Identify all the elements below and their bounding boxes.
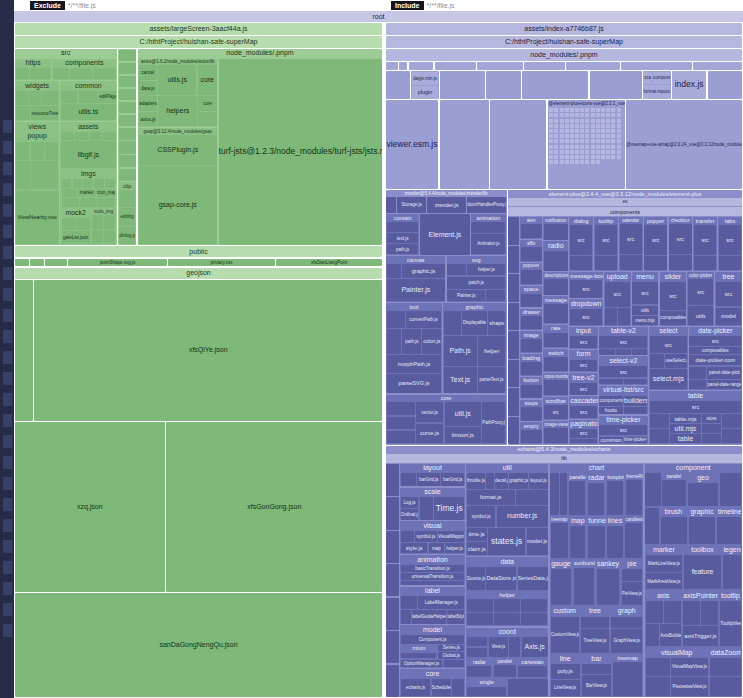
treemap-box[interactable] [518,666,547,677]
treemap-node[interactable]: candlestick [624,517,642,559]
treemap-node[interactable]: geo [688,473,719,506]
treemap-node[interactable]: axisTrigger.js [683,626,718,646]
treemap-box[interactable] [119,169,136,181]
treemap-box[interactable] [516,490,548,505]
treemap-box[interactable]: toolconvertPath.jspath.jscolor.jsmorphPa… [386,303,507,394]
treemap-box[interactable] [508,388,519,415]
treemap-box[interactable] [490,100,546,189]
treemap-box[interactable]: widgetsresourceTreecommoneditPage.jsutil… [15,80,117,121]
treemap-node[interactable]: image-viewer [543,421,568,444]
treemap-node[interactable]: assetslibgif.jsimgsmarkericon_mapmock2ga… [60,122,116,244]
icon-module-cell[interactable] [580,113,584,117]
treemap-node[interactable]: src [595,225,617,254]
treemap-box[interactable] [62,198,79,206]
treemap-box[interactable] [605,308,617,325]
treemap-box[interactable] [694,256,716,271]
treemap-box[interactable] [16,142,29,160]
treemap-node[interactable]: clazz.js [467,542,487,555]
treemap-box[interactable] [92,215,116,230]
treemap-node[interactable]: TreeView.js [581,629,609,652]
icon-module-cell[interactable] [606,108,610,112]
treemap-node[interactable]: dayjs.min.js [412,72,439,85]
icon-module-cell[interactable] [617,124,621,128]
treemap-box[interactable] [521,247,542,261]
treemap-node[interactable]: clipeditingdmlog.js [119,182,136,244]
icon-module-cell[interactable] [601,113,605,117]
treemap-box[interactable]: table.mjsutil.mjstable [669,414,701,444]
treemap-node[interactable]: tablesrctable.mjsutil.mjstablestore [649,391,742,444]
treemap-box[interactable] [521,294,542,307]
treemap-box[interactable] [401,581,465,585]
treemap-node[interactable]: convertPath.js [406,311,442,328]
treemap-box[interactable] [486,71,521,99]
treemap-box[interactable] [597,569,620,605]
treemap-box[interactable] [93,68,115,79]
treemap-box[interactable]: time.jsclazz.jsstates.jsmodel.js [466,527,548,556]
treemap-node[interactable]: treemap [550,517,568,559]
treemap-node[interactable]: utils [688,306,713,325]
treemap-node[interactable]: path.js [402,329,421,353]
treemap-box[interactable] [599,348,648,355]
treemap-node[interactable]: tooltipTooltipView.js [720,591,742,647]
treemap-box[interactable] [582,664,611,674]
treemap-box[interactable] [632,349,647,355]
treemap-node[interactable]: src [716,282,741,307]
icon-module-cell[interactable] [575,119,579,123]
treemap-box[interactable] [399,62,407,70]
treemap-node[interactable]: legend [722,546,741,590]
treemap-box[interactable]: Source.jsDataStore.jsSeriesData.js [466,566,548,591]
treemap-node[interactable]: viewspopupViewNearby.vue [15,122,59,244]
icon-module-cell[interactable] [560,113,564,117]
treemap-box[interactable] [103,132,116,140]
icon-module-cell[interactable] [596,113,600,117]
treemap-node[interactable]: cartesian [517,658,547,678]
icon-module-cell[interactable] [580,134,584,138]
icon-module-cell[interactable] [601,119,605,123]
treemap-node[interactable]: zrender.js [427,197,466,213]
treemap-node[interactable]: helper [467,591,548,625]
icon-module-cell[interactable] [549,108,553,112]
treemap-box[interactable] [387,311,405,328]
treemap-node[interactable]: Animator.js [471,234,505,255]
treemap-box[interactable] [401,473,416,485]
treemap-box[interactable] [45,259,66,267]
treemap-node[interactable]: libgif.js [61,141,116,169]
icon-module-cell[interactable] [606,134,610,138]
treemap-box[interactable] [452,679,464,696]
treemap-node[interactable]: model [716,308,741,325]
treemap-node[interactable]: map [429,543,444,554]
treemap-node[interactable]: notification [543,217,568,240]
treemap-node[interactable]: TooltipView.js [720,601,740,647]
treemap-node[interactable]: ViewNearby.vue [16,191,59,244]
treemap-node[interactable]: src [620,224,642,254]
treemap-node[interactable]: src [605,282,630,307]
treemap-box[interactable]: vector.jscurve.js [415,402,444,444]
treemap-node[interactable]: selectsrcuseSelect.mjsselect.mjs [649,327,687,390]
treemap-box[interactable] [444,311,461,335]
treemap-box[interactable] [119,50,136,62]
treemap-box[interactable] [73,179,83,187]
icon-module-cell[interactable] [575,139,579,143]
treemap-box[interactable] [722,414,741,428]
treemap-box[interactable] [31,161,58,189]
treemap-node[interactable]: single [467,679,507,696]
treemap-node[interactable]: Ordinal.js [401,509,419,520]
icon-module-cell[interactable] [560,129,564,133]
treemap-node[interactable]: lines [607,517,623,559]
treemap-node[interactable]: transfersrc [693,217,717,270]
treemap-box[interactable]: mock2gateList.jsontools_img [60,208,116,245]
icon-module-cell[interactable] [570,119,574,123]
treemap-box[interactable]: mixinSeries.jsGlobal.js [400,644,465,659]
icon-module-cell[interactable] [549,139,553,143]
treemap-box[interactable] [509,637,520,657]
treemap-node[interactable]: BarView.js [582,675,611,695]
treemap-node[interactable]: svghelper.jspatch.jsPainter.js [447,256,506,302]
treemap-box[interactable] [16,106,30,120]
treemap-box[interactable] [75,132,88,140]
treemap-node[interactable]: Series.js [438,645,464,651]
treemap-box[interactable] [570,256,592,271]
treemap-node[interactable]: builders [624,396,647,406]
icon-module-cell[interactable] [611,119,615,123]
treemap-box[interactable] [467,599,548,613]
treemap-node[interactable]: mixin [401,645,437,659]
